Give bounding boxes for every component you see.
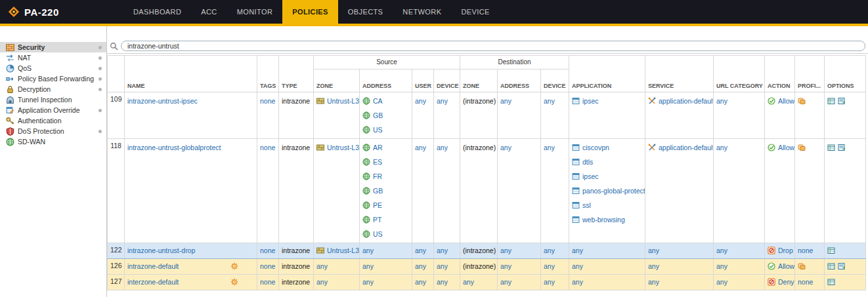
source-address-link[interactable]: GB [373,187,383,195]
sidebar-item-decryption[interactable]: Decryption [0,84,106,94]
tags-value[interactable]: none [260,144,275,151]
col-action[interactable]: ACTION [765,56,795,92]
profile-value[interactable]: none [798,247,813,254]
user-value[interactable]: any [415,278,426,286]
policy-row-122[interactable]: 122 intrazone-untrust-drop none intrazon… [108,243,866,259]
application-link[interactable]: any [572,247,583,254]
col-url-category[interactable]: URL CATEGORY [714,56,765,92]
application-link[interactable]: panos-global-protect [582,187,645,195]
source-address-link[interactable]: ES [373,158,382,166]
log-settings-icon[interactable] [827,144,835,151]
policy-row-118[interactable]: 118 intrazone-untrust-globalprotect none… [108,139,866,243]
dest-device-value[interactable]: any [544,144,555,151]
col-user[interactable]: USER [412,69,434,92]
tab-device[interactable]: DEVICE [451,0,499,24]
source-address-link[interactable]: US [373,126,383,134]
sidebar-item-security[interactable]: Security [0,42,106,52]
policy-name-link[interactable]: intrazone-default [127,262,179,270]
source-address-link[interactable]: any [362,262,374,270]
policy-row-126[interactable]: 126 intrazone-default none intrazone any… [108,259,866,275]
source-address-link[interactable]: PT [373,216,381,224]
source-address-link[interactable]: PE [373,201,382,209]
source-address-link[interactable]: any [362,247,374,254]
url-category-value[interactable]: any [716,144,727,151]
log-settings-icon[interactable] [827,262,835,270]
log-settings-icon[interactable] [827,247,835,254]
source-address-link[interactable]: CA [373,97,383,105]
col-tags[interactable]: TAGS [257,56,279,92]
col-src-address[interactable]: ADDRESS [360,69,412,92]
sidebar-item-authentication[interactable]: Authentication [0,115,106,126]
sidebar-item-policy-based-forwarding[interactable]: Policy Based Forwarding [0,73,106,84]
tags-value[interactable]: none [260,97,275,105]
source-zone-link[interactable]: Untrust-L3 [327,247,359,254]
user-value[interactable]: any [415,262,426,270]
url-category-value[interactable]: any [716,278,727,286]
col-options[interactable]: OPTIONS [825,56,866,92]
tags-value[interactable]: none [260,278,275,286]
source-device-value[interactable]: any [437,247,448,254]
profile-group-icon[interactable] [798,262,806,270]
dest-zone-value[interactable]: any [463,278,474,286]
service-link[interactable]: any [648,278,659,286]
col-profile[interactable]: PROFI... [795,56,825,92]
policy-name-link[interactable]: intrazone-untrust-ipsec [127,97,198,105]
action-link[interactable]: Drop [778,247,793,254]
tab-acc[interactable]: ACC [191,0,227,24]
source-device-value[interactable]: any [437,262,448,270]
source-device-value[interactable]: any [437,278,448,286]
dest-address-value[interactable]: any [500,262,511,270]
sidebar-item-dos-protection[interactable]: DoS Protection [0,126,106,136]
source-address-link[interactable]: any [362,278,374,286]
source-address-link[interactable]: FR [373,172,382,180]
service-link[interactable]: any [648,247,659,254]
profile-group-icon[interactable] [798,144,806,151]
profile-group-icon[interactable] [798,97,806,105]
source-zone-link[interactable]: any [316,278,328,286]
dest-address-value[interactable]: any [500,97,511,105]
col-application[interactable]: APPLICATION [569,56,645,92]
application-link[interactable]: ciscovpn [582,144,609,151]
policy-name-link[interactable]: intrazone-untrust-drop [127,247,195,254]
source-device-value[interactable]: any [437,144,448,151]
log-settings-icon[interactable] [827,97,835,105]
rule-settings-gear-icon[interactable] [230,262,238,270]
rule-settings-gear-icon[interactable] [230,278,238,286]
dest-address-value[interactable]: any [500,247,511,254]
profile-value[interactable]: none [798,278,813,286]
sidebar-item-nat[interactable]: NAT [0,52,106,63]
application-link[interactable]: any [572,278,583,286]
action-link[interactable]: Allow [778,262,794,270]
application-link[interactable]: dtls [582,158,593,166]
log-forwarding-icon[interactable] [838,262,846,270]
tab-monitor[interactable]: MONITOR [227,0,283,24]
dest-device-value[interactable]: any [544,278,555,286]
col-src-device[interactable]: DEVICE [434,69,460,92]
col-type[interactable]: TYPE [279,56,314,92]
service-link[interactable]: application-default [659,97,714,105]
policy-row-109[interactable]: 109 intrazone-untrust-ipsec none intrazo… [108,92,866,139]
action-link[interactable]: Allow [778,97,794,105]
tab-dashboard[interactable]: DASHBOARD [123,0,191,24]
policy-row-127[interactable]: 127 interzone-default none interzone any… [108,275,866,290]
source-address-link[interactable]: GB [373,111,383,119]
sidebar-item-application-override[interactable]: Application Override [0,105,106,115]
application-link[interactable]: ssl [582,201,591,209]
sidebar-item-tunnel-inspection[interactable]: Tunnel Inspection [0,94,106,105]
user-value[interactable]: any [415,247,426,254]
col-name[interactable]: NAME [125,56,257,92]
source-device-value[interactable]: any [437,97,448,105]
application-link[interactable]: ipsec [582,172,599,180]
service-link[interactable]: any [648,262,659,270]
dest-device-value[interactable]: any [544,97,555,105]
dest-device-value[interactable]: any [544,262,555,270]
source-zone-link[interactable]: Untrust-L3 [327,144,359,151]
col-service[interactable]: SERVICE [645,56,714,92]
dest-address-value[interactable]: any [500,278,511,286]
source-zone-link[interactable]: any [316,262,328,270]
action-link[interactable]: Allow [778,144,794,151]
sidebar-item-sdwan[interactable]: SD-WAN [0,136,106,147]
tab-policies[interactable]: POLICIES [282,0,338,24]
url-category-value[interactable]: any [716,262,727,270]
tags-value[interactable]: none [260,247,275,254]
